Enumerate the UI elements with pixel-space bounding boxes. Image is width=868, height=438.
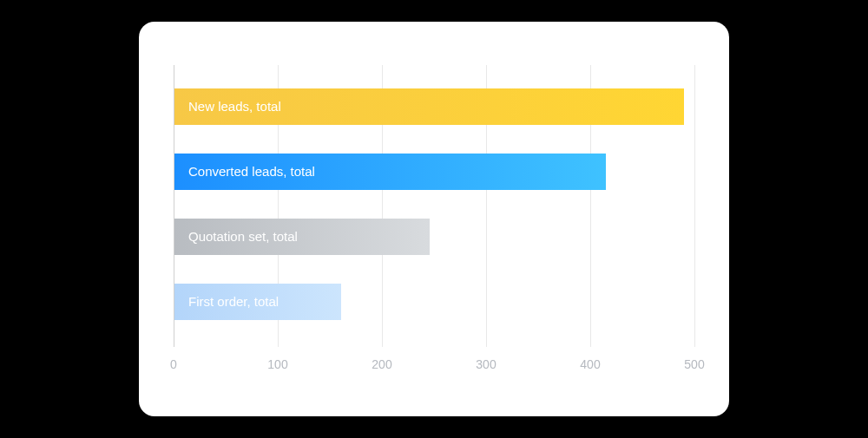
chart-card: New leads, total Converted leads, total … [139,22,729,416]
x-tick: 0 [170,357,177,371]
bar-new-leads: New leads, total [174,88,684,125]
bar-label: Converted leads, total [188,164,315,179]
bars-container: New leads, total Converted leads, total … [174,74,694,334]
x-tick: 200 [372,357,391,371]
bar-quotation-set: Quotation set, total [174,219,430,255]
x-tick: 400 [580,357,600,371]
x-tick: 300 [476,357,496,371]
bar-first-order: First order, total [174,284,341,320]
bar-converted-leads: Converted leads, total [174,154,606,190]
x-tick: 100 [267,357,287,371]
bar-label: Quotation set, total [188,229,298,244]
bar-label: New leads, total [188,99,281,114]
chart-area: New leads, total Converted leads, total … [174,65,694,382]
bar-label: First order, total [188,294,279,309]
x-tick: 500 [684,357,704,371]
x-axis: 0 100 200 300 400 500 [174,347,694,382]
